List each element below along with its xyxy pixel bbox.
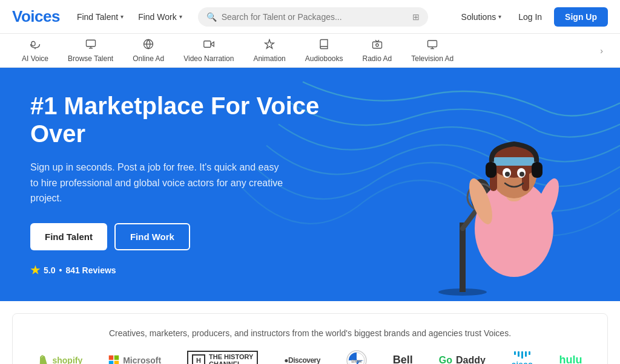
brand-bmw: BMW (346, 350, 367, 364)
subnav-television-ad[interactable]: Television Ad (401, 34, 463, 68)
svg-point-32 (505, 172, 510, 177)
television-ad-icon (427, 39, 438, 52)
brand-shopify: shopify (38, 355, 82, 364)
ai-voice-icon (30, 39, 41, 52)
subnav-video-narration[interactable]: Video Narration (174, 34, 243, 68)
brands-section: Creatives, marketers, producers, and ins… (12, 313, 608, 364)
online-ad-icon (143, 39, 154, 52)
svg-rect-41 (114, 361, 119, 364)
brand-microsoft: Microsoft (108, 355, 161, 364)
search-icon: 🔍 (206, 12, 217, 22)
login-button[interactable]: Log In (511, 8, 549, 25)
subnav-animation[interactable]: Animation (243, 34, 295, 68)
subnav-ai-voice[interactable]: AI Voice (12, 34, 58, 68)
svg-rect-17 (460, 223, 466, 292)
logo[interactable]: Voices (12, 7, 60, 26)
svg-rect-12 (428, 41, 437, 47)
audiobooks-icon (318, 39, 329, 52)
rating-reviews: 841 Reviews (65, 265, 116, 275)
find-talent-chevron-icon: ▾ (120, 13, 124, 20)
svg-rect-0 (31, 41, 35, 46)
svg-rect-34 (486, 162, 496, 178)
svg-rect-8 (204, 41, 211, 47)
subnav-online-ad[interactable]: Online Ad (123, 34, 174, 68)
svg-rect-2 (86, 40, 95, 47)
header-right: Solutions ▾ Log In Sign Up (457, 7, 608, 27)
sub-nav: AI Voice Browse Talent Online Ad (0, 34, 620, 68)
brand-hulu: hulu (559, 354, 582, 364)
svg-rect-29 (492, 157, 536, 166)
hero-content: #1 Marketplace For Voice Over Sign up in… (30, 92, 321, 277)
brand-bell: Bell (393, 354, 413, 364)
hero-description: Sign up in seconds. Post a job for free.… (30, 160, 285, 206)
find-work-button[interactable]: Find Work (114, 223, 190, 250)
signup-button[interactable]: Sign Up (554, 7, 608, 27)
search-input[interactable] (222, 12, 407, 22)
browse-talent-icon (85, 39, 96, 52)
brand-history-channel: H THE HISTORYCHANNEL (187, 351, 258, 364)
rating-separator: • (59, 265, 62, 275)
star-icon: ★ (30, 264, 40, 277)
brand-discovery: ●Discovery (284, 356, 320, 364)
video-narration-icon (203, 39, 214, 52)
solutions-chevron-icon: ▾ (498, 13, 501, 20)
hero-buttons: Find Talent Find Work (30, 223, 321, 250)
animation-icon (264, 39, 275, 52)
subnav-radio-ad[interactable]: Radio Ad (353, 34, 402, 68)
svg-rect-39 (114, 356, 119, 360)
svg-rect-9 (372, 42, 381, 48)
radio-ad-icon (372, 39, 383, 52)
svg-text:BMW: BMW (351, 359, 362, 363)
header: Voices Find Talent ▾ Find Work ▾ 🔍 ⊞ Sol… (0, 0, 620, 34)
brand-cisco: cisco (512, 351, 533, 364)
find-talent-button[interactable]: Find Talent (30, 223, 107, 250)
svg-point-10 (376, 44, 379, 47)
svg-point-33 (519, 172, 524, 177)
hero-section: #1 Marketplace For Voice Over Sign up in… (0, 68, 620, 301)
filter-icon[interactable]: ⊞ (412, 12, 420, 22)
svg-marker-7 (211, 42, 214, 47)
search-bar: 🔍 ⊞ (198, 7, 428, 27)
subnav-audiobooks[interactable]: Audiobooks (295, 34, 353, 68)
sub-nav-next-icon[interactable]: › (595, 41, 608, 60)
nav-find-talent[interactable]: Find Talent ▾ (72, 8, 128, 25)
svg-rect-38 (109, 356, 114, 360)
nav-find-work[interactable]: Find Work ▾ (133, 8, 187, 25)
brands-logos: shopify Microsoft H THE HISTORYCHANNEL ●… (31, 350, 589, 364)
hero-rating: ★ 5.0 • 841 Reviews (30, 264, 321, 277)
hero-heading: #1 Marketplace For Voice Over (30, 92, 321, 148)
subnav-browse-talent[interactable]: Browse Talent (58, 34, 123, 68)
brands-tagline: Creatives, marketers, producers, and ins… (31, 328, 589, 338)
solutions-button[interactable]: Solutions ▾ (457, 8, 507, 25)
svg-rect-40 (109, 361, 114, 364)
svg-rect-35 (532, 162, 542, 178)
find-work-chevron-icon: ▾ (179, 13, 182, 20)
rating-score: 5.0 (44, 265, 55, 275)
brand-godaddy: GoDaddy (439, 355, 486, 364)
